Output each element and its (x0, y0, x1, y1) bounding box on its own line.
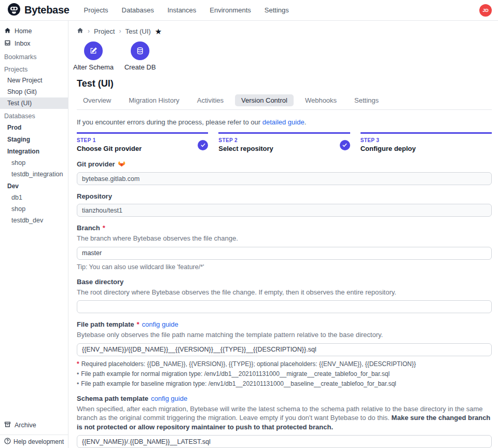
page-title: Test (UI) (77, 78, 492, 89)
breadcrumb-separator: › (119, 27, 121, 35)
git-provider-input[interactable] (77, 172, 492, 185)
base-directory-label: Base directory (77, 278, 123, 286)
sidebar-item-label: Inbox (15, 40, 31, 47)
brand-logo[interactable]: Bytebase (7, 3, 70, 18)
tab-activities[interactable]: Activities (191, 94, 230, 106)
check-icon (198, 140, 208, 150)
required-asterisk: * (103, 224, 105, 232)
config-guide-link[interactable]: config guide (142, 320, 178, 328)
sidebar-section-databases: Databases (0, 109, 68, 121)
main-content: › Project › Test (UI) ★ Alter Schema (68, 21, 498, 448)
step-2[interactable]: STEP 2 Select repository (218, 132, 350, 152)
nav-settings[interactable]: Settings (265, 6, 289, 14)
sidebar-item-inbox[interactable]: Inbox (0, 37, 68, 50)
tab-version-control[interactable]: Version Control (235, 94, 294, 106)
alter-schema-button[interactable]: Alter Schema (77, 41, 110, 71)
note-text: File path example for normal migration t… (81, 370, 390, 377)
step-2-label: STEP 2 (218, 137, 273, 143)
database-icon (131, 41, 149, 60)
version-label: development (28, 438, 64, 445)
file-path-template-help: Bytebase only observes the file path nam… (77, 330, 492, 340)
home-icon (4, 27, 11, 35)
sidebar: Home Inbox Bookmarks Projects New Projec… (0, 21, 68, 448)
base-directory-help: The root directory where Bytebase observ… (77, 288, 492, 297)
branch-field: Branch * The branch where Bytebase obser… (77, 224, 492, 271)
user-avatar[interactable]: JD (479, 4, 492, 17)
inbox-icon (4, 39, 11, 48)
brand-name: Bytebase (24, 4, 70, 16)
required-asterisk: * (137, 320, 140, 328)
schema-path-template-help: When specified, after each migration, By… (77, 404, 492, 432)
create-db-label: Create DB (125, 63, 156, 71)
sidebar-env-staging[interactable]: Staging (0, 133, 68, 145)
sidebar-db-db1[interactable]: db1 (0, 192, 68, 203)
tab-settings[interactable]: Settings (348, 94, 385, 106)
nav-databases[interactable]: Databases (122, 6, 154, 14)
help-button[interactable]: Help (4, 438, 26, 446)
check-icon (340, 140, 350, 150)
notice-suffix: . (305, 118, 307, 126)
tab-migration-history[interactable]: Migration History (122, 94, 186, 106)
sidebar-item-archive[interactable]: Archive (0, 419, 68, 431)
step-3[interactable]: STEP 3 Configure deploy (361, 132, 492, 152)
file-path-template-input[interactable] (77, 343, 492, 356)
repository-field: Repository (77, 192, 492, 217)
branch-tip: Tip: You can also use wildcard like 'fea… (77, 263, 492, 271)
tab-overview[interactable]: Overview (77, 94, 117, 106)
config-guide-link[interactable]: config guide (151, 395, 187, 402)
base-directory-field: Base directory The root directory where … (77, 278, 492, 314)
sidebar-db-testdb-integration[interactable]: testdb_integration (0, 169, 68, 180)
step-2-title: Select repository (218, 145, 273, 152)
sidebar-item-label: Archive (15, 422, 36, 429)
sidebar-item-home[interactable]: Home (0, 25, 68, 37)
file-path-template-label: File path template (77, 320, 134, 328)
branch-label: Branch (77, 224, 100, 232)
gitlab-icon (118, 160, 126, 169)
top-nav: Projects Databases Instances Environment… (84, 6, 479, 14)
sidebar-env-dev[interactable]: Dev (0, 180, 68, 192)
note-text: Required placeholders: {{DB_NAME}}, {{VE… (81, 360, 416, 368)
notice-text: If you encounter errors during the proce… (77, 118, 260, 126)
repository-label: Repository (77, 192, 112, 200)
step-1-title: Choose Git provider (77, 145, 142, 152)
nav-environments[interactable]: Environments (210, 6, 251, 14)
branch-help: The branch where Bytebase observes the f… (77, 234, 492, 243)
sidebar-footer: Help development (0, 435, 68, 448)
base-directory-input[interactable] (77, 300, 492, 313)
error-notice: If you encounter errors during the proce… (77, 118, 492, 126)
top-navbar: Bytebase Projects Databases Instances En… (0, 0, 498, 21)
nav-instances[interactable]: Instances (168, 6, 197, 14)
sidebar-item-test-ui[interactable]: Test (UI) (0, 97, 68, 109)
step-3-label: STEP 3 (361, 137, 416, 143)
alter-schema-label: Alter Schema (73, 63, 114, 71)
sidebar-item-new-project[interactable]: New Project (0, 75, 68, 86)
breadcrumb-project[interactable]: Project (94, 27, 115, 35)
sidebar-item-shop-git[interactable]: Shop (Git) (0, 86, 68, 97)
create-db-button[interactable]: Create DB (123, 41, 157, 71)
sidebar-env-prod[interactable]: Prod (0, 121, 68, 133)
tab-webhooks[interactable]: Webhooks (299, 94, 343, 106)
breadcrumb-separator: › (88, 27, 90, 35)
step-3-title: Configure deploy (361, 145, 416, 152)
tab-bar: Overview Migration History Activities Ve… (77, 94, 492, 110)
bookmark-star-icon[interactable]: ★ (155, 27, 162, 35)
bullet: • (77, 380, 79, 387)
required-asterisk: * (77, 360, 79, 368)
sidebar-db-shop-dev[interactable]: shop (0, 203, 68, 215)
sidebar-section-projects: Projects (0, 62, 68, 75)
nav-projects[interactable]: Projects (84, 6, 108, 14)
edit-icon (84, 41, 103, 60)
repository-input[interactable] (77, 204, 492, 217)
schema-path-template-label: Schema path template (77, 395, 148, 402)
sidebar-db-testdb-dev[interactable]: testdb_dev (0, 215, 68, 226)
detailed-guide-link[interactable]: detailed guide (262, 118, 305, 126)
branch-input[interactable] (77, 247, 492, 260)
breadcrumb-current[interactable]: Test (UI) (125, 27, 150, 35)
breadcrumb-home-icon[interactable] (77, 27, 84, 35)
quick-actions: Alter Schema Create DB (77, 41, 492, 71)
step-1[interactable]: STEP 1 Choose Git provider (77, 132, 208, 152)
sidebar-db-shop-integration[interactable]: shop (0, 157, 68, 169)
schema-path-template-input[interactable] (77, 435, 492, 448)
git-provider-label: Git provider (77, 160, 115, 168)
sidebar-env-integration[interactable]: Integration (0, 145, 68, 157)
